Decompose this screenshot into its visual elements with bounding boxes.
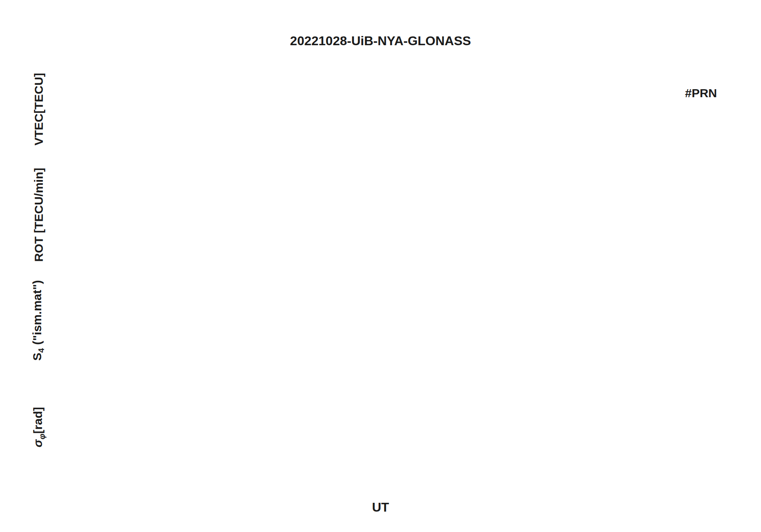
s4-prefix: S <box>30 353 44 361</box>
colorbar-title: #PRN <box>685 86 717 100</box>
s4-suffix: ("ism.mat") <box>30 280 44 348</box>
sigma-suffix: [rad] <box>31 407 44 434</box>
y-axis-label-sigma-phi: σφ[rad] <box>31 407 47 448</box>
y-axis-label-s4: S4 ("ism.mat") <box>30 280 46 361</box>
chart-title: 20221028-UiB-NYA-GLONASS <box>76 34 685 48</box>
s4-sub: 4 <box>37 348 46 352</box>
figure-canvas: 20221028-UiB-NYA-GLONASS VTEC[TECU] ROT … <box>0 0 761 532</box>
x-axis-label: UT <box>76 500 685 515</box>
y-axis-label-rot: ROT [TECU/min] <box>32 168 46 262</box>
y-axis-label-vtec: VTEC[TECU] <box>32 73 46 146</box>
plot-svg <box>0 0 761 532</box>
sigma-prefix: σ <box>31 440 44 448</box>
sigma-sub: φ <box>38 434 46 439</box>
